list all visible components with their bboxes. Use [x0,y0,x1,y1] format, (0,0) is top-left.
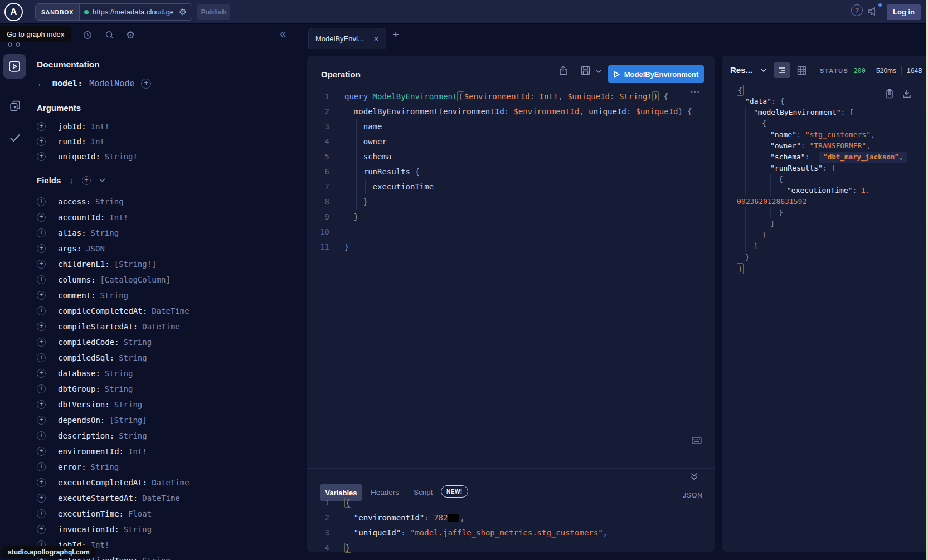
field-row[interactable]: +columns:[CatalogColumn] [37,272,299,288]
add-field-button[interactable]: + [37,384,46,393]
field-row[interactable]: +invocationId:String [37,522,299,537]
field-row[interactable]: +error:String [37,459,299,475]
field-name: error: [58,462,86,471]
sidebar-item-schema[interactable] [9,100,21,112]
add-field-button[interactable]: + [37,400,46,409]
chevron-down-icon[interactable] [99,178,105,182]
add-field-button[interactable]: + [37,260,46,269]
search-icon[interactable] [105,30,115,40]
collapse-variables-icon[interactable] [691,473,698,481]
add-field-button[interactable]: + [37,306,46,315]
indent-guide [737,129,745,140]
add-field-button[interactable]: + [37,338,46,347]
add-field-button[interactable]: + [37,213,46,222]
argument-row[interactable]: +runId:Int [37,134,293,149]
add-field-button[interactable]: + [37,291,46,300]
table-view-toggle[interactable] [797,66,806,75]
tab-close-icon[interactable]: ✕ [373,35,379,43]
sidebar-item-checklist[interactable] [9,133,21,143]
login-button[interactable]: Log in [887,4,921,20]
back-arrow-icon[interactable]: ← [37,79,46,89]
argument-row[interactable]: +uniqueId:String! [37,149,293,164]
add-field-button[interactable]: + [37,322,46,331]
field-row[interactable]: +access:String [37,194,299,210]
indent-guide [754,163,762,174]
field-row[interactable]: +compileStartedAt:DateTime [37,319,299,334]
response-dropdown-chevron-icon[interactable] [760,68,767,72]
field-row[interactable]: +compiledSql:String [37,350,299,366]
endpoint-url-field[interactable]: https://metadata.cloud.get [80,4,178,20]
field-name: jobId: [58,122,86,131]
add-field-button[interactable]: + [37,431,46,440]
field-row[interactable]: +dependsOn:[String] [37,412,299,428]
help-icon[interactable]: ? [851,4,863,16]
field-row[interactable]: +dbtGroup:String [37,381,299,397]
connection-status-dot [84,10,89,14]
add-field-button[interactable]: + [37,197,46,206]
field-row[interactable]: +executeStartedAt:DateTime [37,490,299,506]
add-field-button[interactable]: + [37,228,46,237]
add-field-button[interactable]: + [37,369,46,378]
apollo-logo[interactable]: A [4,3,23,21]
tree-view-toggle[interactable] [774,62,790,78]
response-title[interactable]: Res... [730,65,752,75]
field-row[interactable]: +description:String [37,428,299,444]
save-dropdown-chevron-icon[interactable] [596,70,601,73]
json-line: { [737,174,924,185]
add-field-button[interactable]: + [37,122,46,131]
field-row[interactable]: +dbtVersion:String [37,397,299,412]
doc-type-link[interactable]: ModelNode [89,79,134,89]
add-field-button[interactable]: + [37,494,46,503]
field-row[interactable]: +childrenL1:[String!] [37,256,299,272]
field-row[interactable]: +args:JSON [37,241,299,256]
add-field-button[interactable]: + [37,275,46,284]
add-field-button[interactable]: + [37,353,46,362]
indent-guide [754,174,762,185]
field-row[interactable]: +environmentId:Int! [37,444,299,459]
tab-modelbyenvironment[interactable]: ModelByEnvi... ✕ [308,28,386,49]
field-row[interactable]: +alias:String [37,225,299,241]
add-field-button[interactable]: + [37,152,46,161]
code-line: 4} [307,540,715,556]
share-icon[interactable] [558,65,569,76]
announcements-icon[interactable] [867,5,879,17]
field-row[interactable]: +executeCompletedAt:DateTime [37,475,299,490]
field-row[interactable]: +comment:String [37,288,299,303]
add-type-button[interactable]: + [141,79,151,89]
sidebar-item-explorer[interactable] [3,54,26,79]
sort-fields-icon[interactable]: ↓ [69,176,74,185]
line-number: 1 [307,89,329,104]
documentation-title: Documentation [37,60,100,70]
code-line: 3 "uniqueId": "model.jaffle_shop_metrics… [307,525,715,540]
argument-row[interactable]: +jobId:Int! [37,119,293,134]
run-operation-button[interactable]: ModelByEnvironment [608,65,704,83]
add-field-button[interactable]: + [37,478,46,487]
field-row[interactable]: +executionTime:Float [37,506,299,522]
add-field-button[interactable]: + [37,509,46,518]
field-row[interactable]: +accountId:Int! [37,210,299,225]
new-tab-button[interactable]: + [392,28,399,40]
add-all-fields-button[interactable]: + [82,176,91,185]
history-icon[interactable] [82,30,93,40]
connection-settings-icon[interactable]: ⚙ [178,4,192,20]
fields-title: Fields [37,176,61,185]
variables-editor[interactable]: 1{2 "environmentId": 782,3 "uniqueId": "… [307,495,715,556]
field-row[interactable]: +compiledCode:String [37,334,299,350]
add-field-button[interactable]: + [37,137,46,146]
add-field-button[interactable]: + [37,244,46,253]
variables-divider [307,468,715,469]
save-icon[interactable] [580,65,591,76]
settings-gear-icon[interactable]: ⚙ [126,29,135,41]
add-field-button[interactable]: + [37,462,46,471]
keyboard-shortcuts-icon[interactable] [692,437,702,444]
add-field-button[interactable]: + [37,525,46,534]
operation-editor[interactable]: 1query ModelByEnvironment($environmentId… [307,89,715,255]
publish-button[interactable]: Publish [197,4,230,20]
add-field-button[interactable]: + [37,447,46,456]
collapse-panel-icon[interactable]: « [280,28,286,39]
indent-guide [770,207,779,218]
field-row[interactable]: +database:String [37,366,299,381]
field-name: childrenL1: [58,260,110,269]
field-row[interactable]: +compileCompletedAt:DateTime [37,303,299,319]
add-field-button[interactable]: + [37,416,46,425]
